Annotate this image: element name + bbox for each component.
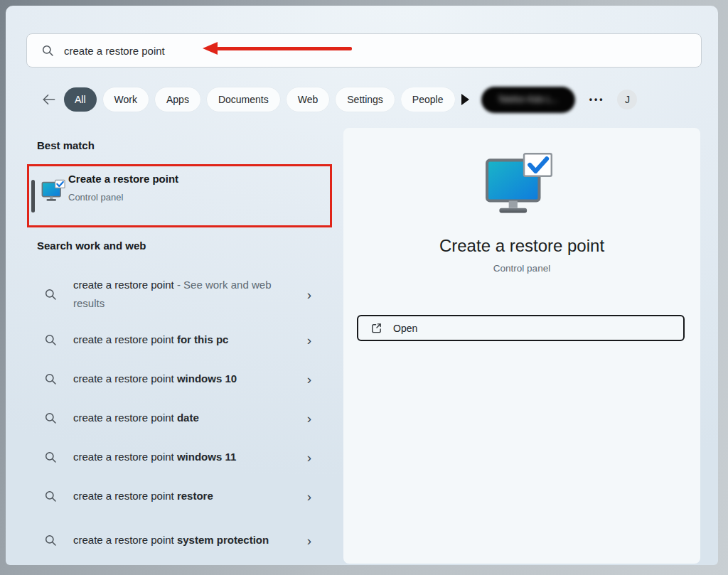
search-icon <box>44 534 58 547</box>
chevron-right-icon[interactable]: › <box>307 333 311 347</box>
suggestion-text: create a restore point for this pc <box>73 331 281 349</box>
avatar[interactable]: J <box>617 90 637 109</box>
suggestion-text: create a restore point date <box>73 409 281 427</box>
restore-point-hero-icon <box>484 151 560 218</box>
search-icon <box>44 451 58 464</box>
tab-apps[interactable]: Apps <box>155 87 200 112</box>
scrollbar-thumb[interactable] <box>31 180 35 213</box>
best-match-subtitle: Control panel <box>68 192 123 203</box>
back-button[interactable] <box>39 90 58 109</box>
search-work-web-heading: Search work and web <box>37 240 146 252</box>
result-detail-panel: Create a restore point Control panel Ope… <box>343 128 700 564</box>
search-icon <box>44 333 58 347</box>
suggestion-row[interactable]: create a restore point windows 11 › <box>37 441 320 473</box>
search-icon <box>44 412 58 425</box>
chevron-right-icon[interactable]: › <box>307 288 311 301</box>
result-subtitle: Control panel <box>343 263 700 274</box>
tabs-scroll-right-icon[interactable] <box>461 94 469 105</box>
suggestion-row[interactable]: create a restore point restore › <box>37 480 320 512</box>
open-button-label: Open <box>393 323 417 334</box>
tab-people[interactable]: People <box>401 87 455 112</box>
suggestion-text: create a restore point windows 11 <box>73 448 281 466</box>
annotation-arrow-icon <box>203 42 218 55</box>
more-options-button[interactable]: ••• <box>589 95 605 104</box>
tab-documents[interactable]: Documents <box>207 87 280 112</box>
suggestion-text: create a restore point system protection <box>73 531 281 549</box>
tab-web[interactable]: Web <box>287 87 330 112</box>
restore-point-icon[interactable] <box>41 179 68 205</box>
tab-work[interactable]: Work <box>103 87 149 112</box>
suggestion-text: create a restore point windows 10 <box>73 370 281 388</box>
result-title: Create a restore point <box>343 236 700 256</box>
chevron-right-icon[interactable]: › <box>307 534 311 547</box>
annotation-arrow-tail <box>217 47 352 50</box>
search-flyout-window: All Work Apps Documents Web Settings Peo… <box>6 6 718 565</box>
chevron-right-icon[interactable]: › <box>307 490 311 503</box>
best-match-title[interactable]: Create a restore point <box>68 173 178 185</box>
taskbar-peek-strip <box>33 565 718 575</box>
search-icon <box>41 44 55 58</box>
chevron-right-icon[interactable]: › <box>307 372 311 386</box>
redacted-account-pill[interactable]: Telefon Kids L... <box>481 87 575 113</box>
search-box[interactable] <box>26 33 702 68</box>
filter-tabs-row: All Work Apps Documents Web Settings Peo… <box>26 85 702 114</box>
redacted-account-label: Telefon Kids L... <box>498 95 558 104</box>
open-button[interactable]: Open <box>357 315 685 341</box>
search-icon <box>44 372 58 386</box>
suggestion-row[interactable]: create a restore point date › <box>37 402 320 434</box>
chevron-right-icon[interactable]: › <box>307 451 311 464</box>
suggestion-row[interactable]: create a restore point - See work and we… <box>37 274 320 315</box>
back-arrow-icon <box>41 93 56 106</box>
suggestion-text: create a restore point - See work and we… <box>73 276 281 313</box>
suggestion-row[interactable]: create a restore point windows 10 › <box>37 363 320 394</box>
suggestion-row[interactable]: create a restore point for this pc › <box>37 324 320 355</box>
tab-all[interactable]: All <box>64 87 97 112</box>
suggestion-row[interactable]: create a restore point system protection… <box>37 520 320 561</box>
tab-people-clipped: People <box>401 87 455 112</box>
chevron-right-icon[interactable]: › <box>307 412 311 425</box>
suggestion-text: create a restore point restore <box>73 487 281 505</box>
search-icon <box>44 288 58 301</box>
best-match-heading: Best match <box>37 139 95 151</box>
open-external-icon <box>370 322 382 334</box>
tab-settings[interactable]: Settings <box>336 87 395 112</box>
search-icon <box>44 490 58 503</box>
